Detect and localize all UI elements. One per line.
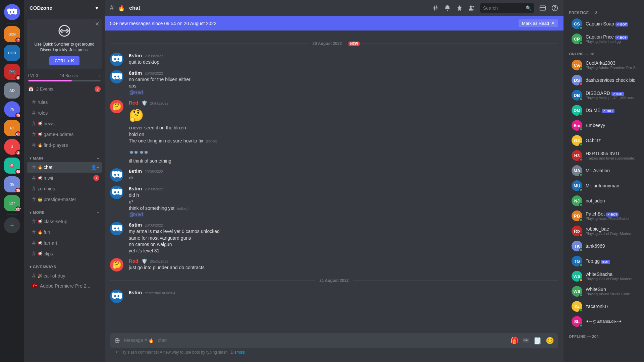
channel-item-prestige-master[interactable]: # 👑 prestige-master xyxy=(27,194,102,205)
member-item-mr-unfunnyman[interactable]: MU Mr. unfunnyman xyxy=(566,178,641,193)
add-channel-icon-more[interactable]: + xyxy=(97,210,99,215)
member-sub-caption-price: Playing |help | carl.gg xyxy=(586,40,628,44)
members-icon-btn[interactable] xyxy=(468,5,475,11)
inbox-icon-btn[interactable] xyxy=(539,5,546,11)
member-name-satansloli: ✦↝@SatansLoli↜✦ xyxy=(586,319,622,324)
member-sub-disboard: Playing /help | 1,371,369 servers... xyxy=(586,96,639,100)
member-item-caption-price[interactable]: CP Caption Price✓ BOT Playing |help | ca… xyxy=(566,32,641,46)
member-item-whitesiracha[interactable]: WS whiteSiracha Playing Call of Duty: Mo… xyxy=(566,269,641,284)
pin-icon-btn[interactable] xyxy=(456,5,463,11)
search-icon: 🔍 xyxy=(526,5,531,11)
channel-item-class-setup[interactable]: # 📢 class-setup xyxy=(27,217,102,227)
message-content-m2: 6stim 20/08/2022 no camos for the blixen… xyxy=(129,70,558,96)
member-item-mr-aviation[interactable]: MA Mr. Aviation xyxy=(566,163,641,178)
dismiss-link[interactable]: Dismiss xyxy=(231,350,245,355)
channel-item-mwii[interactable]: # 📢 mwii 1 xyxy=(27,173,102,183)
category-more[interactable]: ▾ MORE + xyxy=(24,205,105,216)
channel-item-chat[interactable]: # 🔥 chat 👤+ xyxy=(27,162,102,173)
server-icon-teal1[interactable]: 🎯 40 xyxy=(4,158,20,174)
channel-item-zombies[interactable]: # zombies xyxy=(27,184,102,194)
close-popup-button[interactable]: ✕ xyxy=(95,21,99,27)
server-icon-red1[interactable]: 🎮 8 xyxy=(4,64,20,80)
sticker-icon-btn[interactable]: 🗒️ xyxy=(533,337,542,345)
member-sub-whitesun: Playing Visual Studio Code ... xyxy=(586,292,634,296)
member-name-tank6969: tank6969 xyxy=(586,243,605,249)
member-item-tank6969[interactable]: TK tank6969 xyxy=(566,239,641,253)
avatar-red-1: 🤔 xyxy=(110,100,123,113)
gif-icon-btn[interactable]: GIF xyxy=(523,337,529,345)
messages-area[interactable]: 20 August 2022 NEW 6stim 20/08/2022 quit… xyxy=(105,31,564,333)
channel-item-news[interactable]: # 📢 news xyxy=(27,119,102,129)
server-divider xyxy=(7,23,17,23)
new-messages-bar[interactable]: 50+ new messages since 09:54 on 20 Augus… xyxy=(105,16,564,31)
server-header[interactable]: CODzone ▼ xyxy=(24,0,105,16)
member-name-coolarka2003: CoolArka2003 xyxy=(586,60,638,66)
member-item-h3rtl355[interactable]: H3 H3RTL355 3V1L Traitors and loyal subo… xyxy=(566,148,641,163)
status-dash-services xyxy=(579,82,583,86)
server-icon-purple1[interactable]: 75 75 xyxy=(4,101,20,117)
channel-item-rules[interactable]: # rules xyxy=(27,97,102,108)
category-main[interactable]: ▾ MAIN + xyxy=(24,151,105,162)
server-badge-7: 35 xyxy=(15,188,21,193)
server-icon-orange1[interactable]: 61 61 xyxy=(4,120,20,136)
avatar-6stim-4 xyxy=(110,186,123,199)
member-item-dash-services[interactable]: DS dash.services check bio xyxy=(566,73,641,87)
member-item-topgg[interactable]: TG Top.ggBOT xyxy=(566,254,641,268)
gift-icon-btn[interactable]: 🎁 xyxy=(510,337,519,345)
server-icon-green1[interactable]: 127 127 xyxy=(4,195,20,211)
author-6stim-6: 6stim xyxy=(129,290,142,295)
member-name-mr-aviation: Mr. Aviation xyxy=(586,168,610,173)
channel-item-fan-art[interactable]: # 📢 fan-art xyxy=(27,238,102,248)
svg-point-5 xyxy=(554,9,555,10)
svg-point-2 xyxy=(473,6,474,7)
member-name-h3rtl355: H3RTL355 3V1L xyxy=(586,151,639,156)
member-item-coolarka2003[interactable]: CA CoolArka2003 Playing Adobe Premiere P… xyxy=(566,58,641,72)
bell-icon-btn[interactable] xyxy=(444,5,451,11)
member-item-dsme[interactable]: DM DS.ME✓ BOT xyxy=(566,103,641,118)
message-input[interactable] xyxy=(124,337,506,344)
add-server-button[interactable]: + xyxy=(4,217,20,233)
member-item-patchbot[interactable]: PB PatchBot✓ BOT Playing https://PatchBo… xyxy=(566,208,641,223)
status-mr-aviation xyxy=(579,173,583,176)
quick-shortcut-button[interactable]: CTRL + K xyxy=(49,56,80,65)
channel-item-find-players[interactable]: # 🔥 find-players xyxy=(27,140,102,150)
server-icon-grey1[interactable]: AD xyxy=(4,82,20,99)
member-category-prestige: PRESTIGE — 2 xyxy=(564,5,644,16)
channel-item-call-of-duy[interactable]: # 🎉 call-of-duy xyxy=(27,271,102,281)
help-icon-btn[interactable] xyxy=(551,5,558,11)
discord-home-button[interactable] xyxy=(4,4,20,20)
member-item-captain-soap[interactable]: CS Captain Soap✓ BOT xyxy=(566,16,641,31)
category-giveaways[interactable]: ▾ GIVEAWAYS xyxy=(24,259,105,270)
user-add-icon[interactable]: 👤+ xyxy=(91,165,99,170)
member-item-disboard[interactable]: DB DISBOARD✓ BOT Playing /help | 1,371,3… xyxy=(566,88,641,103)
member-item-zacaroni07[interactable]: Za zacaroni07 xyxy=(566,299,641,314)
member-item-whitesun[interactable]: WS WhiteSun Playing Visual Studio Code .… xyxy=(566,284,641,299)
member-item-embeeyy[interactable]: Em Embeeyy xyxy=(566,118,641,133)
channel-item-adobe[interactable]: Pr Adobe Premiere Pro 2... xyxy=(27,282,102,290)
hashtag-icon-btn[interactable] xyxy=(432,5,439,11)
search-input[interactable] xyxy=(483,5,526,11)
server-icon-purple2[interactable]: 35 35 xyxy=(4,176,20,192)
member-sub-h3rtl355: Traitors and loyal subordinates... xyxy=(586,156,639,160)
events-item[interactable]: 📅 2 Events 2 xyxy=(24,85,105,94)
emoji-icon-btn[interactable]: 😊 xyxy=(546,337,554,345)
server-icon-red2[interactable]: 3 3 xyxy=(4,139,20,155)
megaphone-icon-fan-art: 📢 xyxy=(38,241,43,245)
search-bar[interactable]: 🔍 xyxy=(480,3,534,13)
server-icon-codzone[interactable]: COD xyxy=(4,45,20,61)
channel-item-game-updates[interactable]: # 📢 game-updates xyxy=(27,129,102,140)
member-item-satansloli[interactable]: SL ✦↝@SatansLoli↜✦ xyxy=(566,314,641,329)
add-channel-icon[interactable]: + xyxy=(97,156,99,160)
channel-item-roles[interactable]: # roles xyxy=(27,108,102,118)
mark-as-read-button[interactable]: Mark as Read ✕ xyxy=(519,19,558,27)
member-item-not-jaden[interactable]: NJ not jaden xyxy=(566,193,641,208)
message-text-m6b: same for most vanguard guns xyxy=(129,235,558,241)
timestamp-m6: 20/08/2022 xyxy=(145,223,163,227)
attach-button[interactable]: ⊕ xyxy=(114,336,120,345)
channel-item-fun[interactable]: # 🔥 fun xyxy=(27,227,102,238)
channel-name-chat: chat xyxy=(44,165,52,170)
channel-item-clips[interactable]: # 📢 clips xyxy=(27,249,102,259)
member-item-robbie-bae[interactable]: Rb robbie_bae Playing Call of Duty: Mode… xyxy=(566,224,641,238)
member-item-g4b1tz[interactable]: G4 G4b1tz xyxy=(566,133,641,148)
server-icon-g2m[interactable]: G2M 7 xyxy=(4,26,20,42)
